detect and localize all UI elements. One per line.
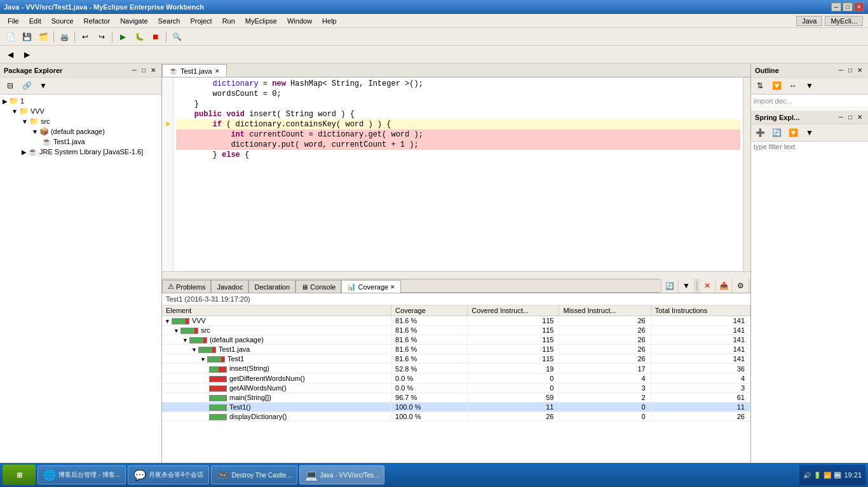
tray-icon-3[interactable]: 📶 [824,472,831,479]
table-row[interactable]: insert(String)52.8 %191736 [162,364,750,373]
table-row[interactable]: Test1()100.0 %11011 [162,402,750,411]
maximize-button[interactable]: □ [843,3,853,11]
spring-maximize[interactable]: □ [846,113,854,121]
save-all-button[interactable]: 🗂️ [36,30,51,44]
editor-hscrollbar[interactable] [162,271,750,279]
total-instructions: 61 [651,392,750,402]
menu-file[interactable]: File [3,16,24,26]
separator2 [74,31,75,43]
tab-problems[interactable]: ⚠ Problems [162,280,211,293]
tray-icon-2[interactable]: 🔋 [813,472,821,479]
outline-menu-button[interactable]: ▼ [802,79,817,93]
taskbar-item-blog[interactable]: 🌐 博客后台管理 - 博客... [37,465,126,484]
spring-refresh-button[interactable]: 🔄 [769,126,784,140]
menu-source[interactable]: Source [46,16,79,26]
coverage-options-button[interactable]: ⚙ [733,279,748,293]
tree-item-test1[interactable]: ☕ Test1.java [1,137,160,147]
perspective-myeclipse[interactable]: MyEcli... [825,16,863,26]
outline-sync-button[interactable]: ↔ [785,79,801,93]
editor-tab-test1[interactable]: ☕ Test1.java ✕ [162,64,227,77]
table-row[interactable]: ▼Test181.6 %11526141 [162,354,750,364]
tree-item-jre[interactable]: ▶ ☕ JRE System Library [JavaSE-1.6] [1,147,160,157]
minimize-button[interactable]: ─ [831,3,841,11]
export-button[interactable]: 📤 [716,279,731,293]
table-row[interactable]: ▼VVV81.6 %11526141 [162,316,750,326]
coverage-mini-bar [209,395,227,401]
outline-close[interactable]: ✕ [855,66,864,74]
outline-minimize[interactable]: ─ [837,66,845,74]
minimize-panel-button[interactable]: ─ [130,66,139,74]
code-content[interactable]: dictionary = new HashMap< String, Intege… [173,77,743,271]
menu-edit[interactable]: Edit [24,16,46,26]
refresh-coverage-button[interactable]: 🔄 [662,279,677,293]
tab-javadoc[interactable]: Javadoc [211,280,248,293]
close-panel-button[interactable]: ✕ [149,66,158,74]
print-button[interactable]: 🖨️ [57,30,72,44]
save-button[interactable]: 💾 [19,30,34,44]
spring-filter-input[interactable] [751,142,868,152]
outline-sort-button[interactable]: ⇅ [752,79,768,93]
redo-button[interactable]: ↪ [94,30,109,44]
table-row[interactable]: displayDictionary()100.0 %26026 [162,411,750,421]
menu-project[interactable]: Project [185,16,217,26]
tree-label-jre: JRE System Library [JavaSE-1.6] [39,148,143,156]
code-editor[interactable]: dictionary = new HashMap< String, Intege… [173,77,743,271]
menu-search[interactable]: Search [153,16,186,26]
spring-filter-button[interactable]: 🔽 [785,126,801,140]
coverage-tab-close[interactable]: ✕ [390,284,395,290]
menu-navigate[interactable]: Navigate [115,16,153,26]
explorer-menu-button[interactable]: ▼ [36,79,51,93]
taskbar-item-chat[interactable]: 💬 月夜杀会等4个会话 [128,465,209,484]
menu-help[interactable]: Help [317,16,342,26]
package-explorer-header: Package Explorer ─ □ ✕ [0,63,161,77]
spring-add-button[interactable]: ➕ [752,126,768,140]
link-with-editor-button[interactable]: 🔗 [19,79,34,93]
outline-maximize[interactable]: □ [846,66,854,74]
editor-scrollbar[interactable] [743,77,750,271]
back-button[interactable]: ◀ [3,48,18,62]
spring-close[interactable]: ✕ [855,113,864,121]
table-row[interactable]: ▼(default package)81.6 %11526141 [162,335,750,345]
forward-button[interactable]: ▶ [19,48,34,62]
search-button[interactable]: 🔍 [169,30,184,44]
close-button[interactable]: ✕ [854,3,864,11]
menu-run[interactable]: Run [217,16,240,26]
taskbar-item-eclipse[interactable]: 💻 Java - VVV/src/Tes... [299,465,385,484]
coverage-mini-bar [209,414,227,420]
tab-coverage[interactable]: 📊 Coverage ✕ [341,280,401,293]
run-button[interactable]: ▶ [115,30,130,44]
table-row[interactable]: getAllWordsNum()0.0 %033 [162,383,750,392]
tree-item-1[interactable]: ▶ 📁 1 [1,96,160,106]
table-row[interactable]: getDifferentWordsNum()0.0 %044 [162,373,750,383]
tree-item-src[interactable]: ▼ 📁 src [1,116,160,126]
table-row[interactable]: main(String[])96.7 %59261 [162,392,750,402]
tree-item-default-pkg[interactable]: ▼ 📦 (default package) [1,126,160,137]
maximize-panel-button[interactable]: □ [140,66,147,74]
spring-menu-button[interactable]: ▼ [802,126,817,140]
menu-myeclipse[interactable]: MyEclipse [240,16,282,26]
outline-filter-button[interactable]: 🔽 [769,79,784,93]
remove-button[interactable]: ✕ [700,279,715,293]
tab-declaration[interactable]: Declaration [248,280,295,293]
menu-refactor[interactable]: Refactor [79,16,116,26]
debug-button[interactable]: 🐛 [132,30,147,44]
coverage-menu-button[interactable]: ▼ [679,279,694,293]
missed-instructions: 26 [559,316,651,326]
perspective-java[interactable]: Java [796,16,822,26]
table-row[interactable]: ▼src81.6 %11526141 [162,326,750,335]
stop-button[interactable]: ⏹ [148,30,163,44]
tab-close-button[interactable]: ✕ [215,68,220,74]
taskbar-item-game[interactable]: 🎮 Destroy The Castle... [211,465,297,484]
undo-button[interactable]: ↩ [78,30,93,44]
collapse-all-button[interactable]: ⊟ [3,79,18,93]
tree-item-vvv[interactable]: ▼ 📁 VVV [1,106,160,116]
spring-minimize[interactable]: ─ [837,113,845,121]
tray-icon-1[interactable]: 🔊 [803,472,811,479]
new-button[interactable]: 📄 [3,30,18,44]
tray-icon-4[interactable]: 🔤 [834,472,841,479]
table-row[interactable]: ▼Test1.java81.6 %11526141 [162,345,750,354]
menu-window[interactable]: Window [282,16,317,26]
tab-console[interactable]: 🖥 Console [295,280,341,293]
game-icon: 🎮 [217,469,229,481]
start-button[interactable]: ⊞ [3,465,36,485]
